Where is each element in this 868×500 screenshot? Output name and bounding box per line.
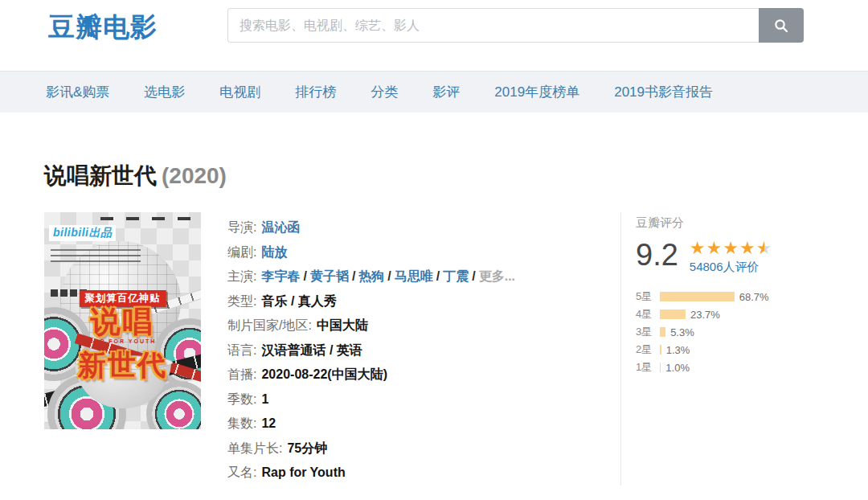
main-nav: 影讯&购票选电影电视剧排行榜分类影评2019年度榜单2019书影音报告 [0, 71, 868, 113]
info-value: 75分钟 [287, 441, 327, 455]
distribution-row: 1星1.0% [636, 359, 817, 376]
star-level-label: 4星 [636, 307, 660, 322]
nav-item[interactable]: 2019书影音报告 [614, 83, 713, 101]
separator: / [300, 269, 309, 283]
distribution-row: 3星5.3% [636, 323, 817, 341]
separator: / [433, 269, 443, 283]
info-row: 类型:音乐 / 真人秀 [227, 289, 605, 314]
distribution-bar [660, 292, 735, 301]
info-row: 集数:12 [227, 412, 605, 436]
info-row: 季数:1 [227, 387, 605, 412]
info-label: 主演: [227, 269, 256, 283]
info-label: 集数: [227, 416, 256, 430]
movie-year: (2020) [162, 163, 227, 188]
poster-fineprint [51, 249, 141, 265]
movie-title: 说唱新世代 [44, 163, 157, 188]
rating-distribution: 5星68.7%4星23.7%3星5.3%2星1.3%1星1.0% [636, 288, 817, 376]
info-label: 首播: [227, 367, 256, 381]
movie-poster[interactable]: bilibili出品 聚划算百亿神贴 说唱 RAP FOR YOUTH 新世代 [44, 212, 201, 429]
info-label: 季数: [227, 392, 256, 406]
poster-title-line1: 说唱 [44, 302, 201, 342]
star-level-label: 1星 [636, 360, 660, 375]
distribution-bar [660, 309, 686, 319]
info-value: 2020-08-22(中国大陆) [261, 367, 387, 381]
info-link[interactable]: 黄子韬 [310, 269, 349, 283]
rating-score: 9.2 [636, 239, 678, 271]
separator: / [349, 269, 358, 283]
info-label: 制片国家/地区: [227, 318, 312, 332]
search-icon [773, 18, 789, 34]
nav-item[interactable]: 影评 [432, 83, 460, 101]
distribution-row: 4星23.7% [636, 305, 817, 323]
info-label: 类型: [227, 294, 256, 308]
distribution-bar [660, 363, 661, 372]
distribution-bar [660, 345, 661, 355]
site-header: 豆瓣电影 [0, 0, 868, 71]
nav-item[interactable]: 影讯&购票 [46, 83, 109, 101]
nav-item[interactable]: 排行榜 [295, 83, 336, 101]
distribution-row: 5星68.7% [636, 288, 817, 305]
info-link[interactable]: 更多... [479, 269, 515, 283]
info-label: 导演: [227, 220, 256, 234]
info-link[interactable]: 温沁函 [261, 220, 300, 234]
nav-item[interactable]: 分类 [371, 83, 398, 101]
info-value: Rap for Youth [261, 465, 345, 479]
search-bar [227, 8, 804, 43]
separator: / [384, 269, 394, 283]
info-label: 单集片长: [227, 441, 282, 455]
distribution-percent: 1.3% [666, 344, 690, 356]
distribution-bar [660, 327, 665, 337]
star-level-label: 2星 [636, 342, 660, 357]
distribution-percent: 5.3% [670, 326, 694, 338]
poster-subtitle: RAP FOR YOUTH [44, 338, 201, 344]
info-label: 语言: [227, 343, 256, 357]
info-row: 又名:Rap for Youth [227, 461, 605, 486]
rating-panel-title: 豆瓣评分 [636, 215, 817, 231]
info-value: 中国大陆 [317, 318, 368, 332]
info-link[interactable]: 丁震 [443, 269, 469, 283]
nav-item[interactable]: 电视剧 [219, 83, 260, 101]
star-level-label: 5星 [636, 289, 660, 304]
info-link[interactable]: 热狗 [358, 269, 384, 283]
info-value: 12 [261, 416, 276, 430]
distribution-percent: 23.7% [690, 309, 720, 321]
separator: / [469, 269, 478, 283]
info-value: 音乐 / 真人秀 [261, 294, 336, 308]
info-row: 语言:汉语普通话 / 英语 [227, 338, 605, 363]
search-button[interactable] [759, 8, 804, 43]
info-row: 导演:温沁函 [227, 215, 605, 240]
info-label: 编剧: [227, 245, 256, 259]
bilibili-badge: bilibili出品 [49, 225, 116, 241]
info-link[interactable]: 马思唯 [395, 269, 433, 283]
page-title: 说唱新世代(2020) [44, 161, 868, 191]
votes-link[interactable]: 54806人评价 [690, 260, 760, 275]
info-value: 1 [261, 392, 268, 406]
movie-article: bilibili出品 聚划算百亿神贴 说唱 RAP FOR YOUTH 新世代 … [44, 212, 868, 486]
star-level-label: 3星 [636, 325, 660, 339]
info-link[interactable]: 李宇春 [261, 269, 300, 283]
distribution-percent: 68.7% [739, 291, 769, 303]
distribution-percent: 1.0% [665, 362, 690, 374]
info-row: 主演:李宇春/黄子韬/热狗/马思唯/丁震/更多... [227, 264, 605, 289]
nav-item[interactable]: 2019年度榜单 [494, 83, 579, 101]
star-rating-icon: ★★★★★ [690, 240, 773, 257]
poster-title-line2: 新世代 [44, 346, 201, 384]
poster-decoration [100, 217, 197, 220]
movie-info: 导演:温沁函编剧:陆放主演:李宇春/黄子韬/热狗/马思唯/丁震/更多...类型:… [227, 212, 605, 486]
nav-item[interactable]: 选电影 [144, 83, 185, 101]
rating-panel: 豆瓣评分 9.2 ★★★★★ 54806人评价 5星68.7%4星23.7%3星… [620, 212, 817, 486]
distribution-row: 2星1.3% [636, 341, 817, 359]
info-row: 制片国家/地区:中国大陆 [227, 314, 605, 338]
info-label: 又名: [227, 465, 256, 479]
info-row: 单集片长:75分钟 [227, 436, 605, 461]
site-logo[interactable]: 豆瓣电影 [48, 10, 158, 46]
info-link[interactable]: 陆放 [261, 245, 287, 259]
info-value: 汉语普通话 / 英语 [261, 343, 362, 357]
search-input[interactable] [227, 8, 759, 43]
info-row: 首播:2020-08-22(中国大陆) [227, 363, 605, 387]
info-row: 编剧:陆放 [227, 240, 605, 265]
